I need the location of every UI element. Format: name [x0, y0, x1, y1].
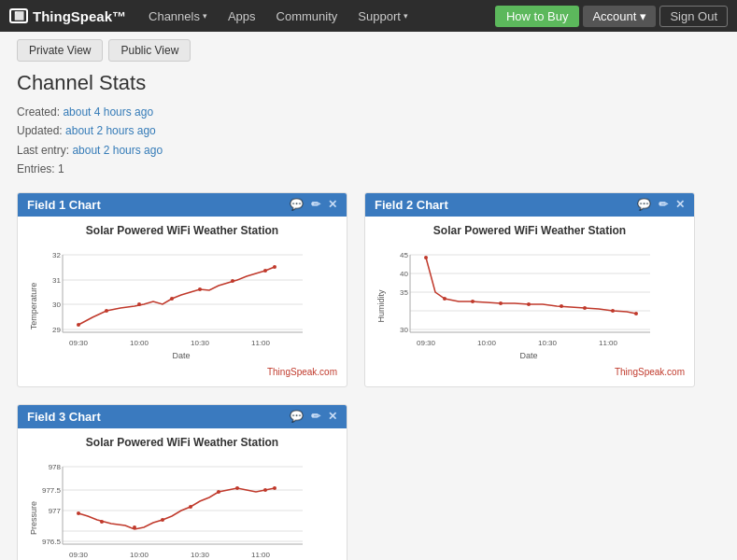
- svg-text:11:00: 11:00: [251, 339, 271, 347]
- svg-text:11:00: 11:00: [251, 551, 271, 559]
- channels-caret: ▾: [203, 11, 207, 21]
- nav-apps[interactable]: Apps: [219, 0, 265, 32]
- page-content: Private View Public View Channel Stats C…: [0, 32, 737, 560]
- channel-meta: Created: about 4 hours ago Updated: abou…: [17, 103, 720, 179]
- field2-chart-header: Field 2 Chart 💬 ✏ ✕: [365, 193, 694, 217]
- svg-text:30: 30: [52, 301, 61, 309]
- updated-label: Updated:: [17, 124, 63, 137]
- created-label: Created:: [17, 105, 60, 119]
- created-row: Created: about 4 hours ago: [17, 103, 720, 121]
- nav-links: Channels ▾ Apps Community Support ▾: [139, 0, 495, 32]
- field1-subtitle: Solar Powered WiFi Weather Station: [27, 224, 337, 237]
- svg-text:30: 30: [400, 326, 408, 334]
- field2-close-icon[interactable]: ✕: [675, 198, 685, 211]
- svg-point-43: [471, 300, 475, 303]
- svg-text:11:00: 11:00: [599, 339, 618, 347]
- tab-private[interactable]: Private View: [17, 39, 103, 62]
- field3-svg: Pressure 978 977.5 977 976.5 09:30 10:00…: [27, 453, 317, 560]
- tab-public[interactable]: Public View: [108, 39, 191, 62]
- account-button[interactable]: Account ▾: [583, 6, 656, 27]
- field1-chart-body: Solar Powered WiFi Weather Station Tempe…: [18, 217, 347, 386]
- svg-text:10:00: 10:00: [477, 339, 497, 347]
- field3-subtitle: Solar Powered WiFi Weather Station: [27, 436, 337, 449]
- svg-text:29: 29: [52, 326, 61, 334]
- svg-text:40: 40: [400, 270, 408, 278]
- created-value[interactable]: about 4 hours ago: [63, 105, 153, 119]
- charts-grid: Field 1 Chart 💬 ✏ ✕ Solar Powered WiFi W…: [17, 192, 720, 560]
- top-bar: Private View Public View: [17, 39, 720, 62]
- updated-row: Updated: about 2 hours ago: [17, 121, 720, 140]
- field1-close-icon[interactable]: ✕: [328, 198, 337, 211]
- svg-point-20: [198, 287, 202, 291]
- svg-text:45: 45: [400, 251, 408, 259]
- svg-text:978: 978: [49, 463, 62, 471]
- field3-header-icons: 💬 ✏ ✕: [290, 410, 337, 423]
- logo-icon: ⬜: [9, 8, 28, 23]
- svg-text:10:30: 10:30: [538, 339, 558, 347]
- lastentry-label: Last entry:: [17, 144, 69, 157]
- svg-text:10:00: 10:00: [130, 339, 149, 347]
- entries-label: Entries:: [17, 162, 55, 175]
- field3-edit-icon[interactable]: ✏: [311, 410, 320, 423]
- svg-text:977.5: 977.5: [42, 486, 62, 495]
- svg-point-47: [583, 306, 587, 310]
- svg-point-45: [527, 302, 531, 306]
- lastentry-value[interactable]: about 2 hours ago: [72, 144, 163, 157]
- svg-text:09:30: 09:30: [417, 339, 436, 347]
- svg-text:Date: Date: [172, 351, 190, 360]
- nav-right: How to Buy Account ▾ Sign Out: [495, 6, 728, 27]
- field2-chart-card: Field 2 Chart 💬 ✏ ✕ Solar Powered WiFi W…: [364, 192, 695, 387]
- svg-text:Pressure: Pressure: [29, 501, 38, 535]
- field3-close-icon[interactable]: ✕: [328, 410, 337, 423]
- field1-thingspeak: ThingSpeak.com: [27, 367, 337, 377]
- svg-text:10:30: 10:30: [191, 339, 210, 347]
- svg-point-68: [100, 520, 104, 524]
- nav-community[interactable]: Community: [267, 0, 347, 32]
- svg-text:Humidity: Humidity: [376, 289, 386, 323]
- svg-point-73: [235, 486, 239, 490]
- field1-svg-wrap: Temperature 32 31 30 29 09:30 10:00: [27, 241, 337, 365]
- svg-text:977: 977: [49, 507, 62, 515]
- field2-chart-title: Field 2 Chart: [375, 198, 448, 212]
- svg-point-17: [105, 309, 108, 313]
- svg-text:Temperature: Temperature: [29, 282, 38, 329]
- field3-chart-card: Field 3 Chart 💬 ✏ ✕ Solar Powered WiFi W…: [17, 404, 347, 560]
- svg-point-18: [137, 302, 141, 306]
- svg-point-23: [273, 265, 276, 269]
- field2-chart-body: Solar Powered WiFi Weather Station Humid…: [365, 217, 694, 386]
- logo-text: ThingSpeak™: [33, 8, 126, 24]
- svg-point-48: [611, 309, 615, 313]
- svg-point-19: [170, 297, 174, 301]
- entries-value: 1: [58, 162, 64, 175]
- nav-channels[interactable]: Channels ▾: [139, 0, 217, 32]
- field3-chart-header: Field 3 Chart 💬 ✏ ✕: [18, 405, 347, 428]
- field3-comment-icon[interactable]: 💬: [290, 410, 304, 423]
- field1-chart-header: Field 1 Chart 💬 ✏ ✕: [18, 193, 347, 217]
- signout-button[interactable]: Sign Out: [659, 6, 728, 27]
- svg-point-75: [273, 486, 276, 490]
- svg-point-72: [217, 490, 220, 494]
- svg-point-46: [560, 304, 563, 308]
- nav-support[interactable]: Support ▾: [348, 0, 418, 32]
- entries-row: Entries: 1: [17, 160, 720, 178]
- field3-svg-wrap: Pressure 978 977.5 977 976.5 09:30 10:00…: [27, 453, 337, 560]
- svg-point-42: [443, 297, 446, 301]
- svg-text:10:30: 10:30: [191, 551, 210, 559]
- howtobuy-button[interactable]: How to Buy: [495, 6, 579, 27]
- svg-text:35: 35: [400, 288, 408, 297]
- svg-point-70: [161, 518, 164, 522]
- field1-comment-icon[interactable]: 💬: [290, 198, 304, 211]
- lastentry-row: Last entry: about 2 hours ago: [17, 141, 720, 160]
- field1-edit-icon[interactable]: ✏: [311, 198, 320, 211]
- field1-chart-card: Field 1 Chart 💬 ✏ ✕ Solar Powered WiFi W…: [17, 192, 347, 387]
- field1-chart-title: Field 1 Chart: [27, 198, 101, 212]
- field3-chart-title: Field 3 Chart: [27, 410, 101, 424]
- logo[interactable]: ⬜ ThingSpeak™: [9, 8, 126, 24]
- field2-edit-icon[interactable]: ✏: [659, 198, 668, 211]
- field2-comment-icon[interactable]: 💬: [637, 198, 651, 211]
- updated-value[interactable]: about 2 hours ago: [65, 124, 156, 137]
- svg-text:09:30: 09:30: [69, 551, 89, 559]
- svg-point-74: [263, 488, 267, 492]
- svg-text:10:00: 10:00: [130, 551, 149, 559]
- svg-text:32: 32: [52, 251, 61, 259]
